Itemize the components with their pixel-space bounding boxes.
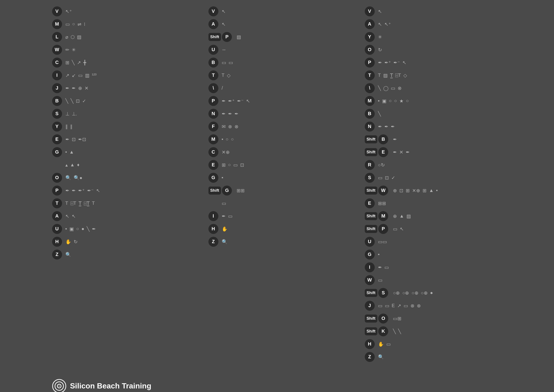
key-badge: G — [208, 173, 218, 183]
shortcut-row: A ↖ ↖ — [52, 211, 208, 221]
shortcut-row: E ✒ ⊡ ✒⊡ — [52, 134, 208, 144]
shortcut-icons: ↻ — [378, 47, 383, 53]
key-badge: G — [222, 186, 232, 196]
key-badge: N — [208, 109, 218, 119]
key-badge: V — [208, 7, 218, 16]
key-badge: W — [378, 186, 388, 196]
key-badge: I — [208, 211, 218, 221]
key-badge: Z — [208, 237, 218, 247]
key-badge: P — [222, 32, 232, 42]
shift-group: Shift O — [365, 314, 392, 323]
key-badge: B — [208, 58, 218, 68]
icon-del-anchor: ✒⁻ — [393, 60, 400, 65]
icon-move: ↖⁺ — [65, 8, 72, 14]
shortcut-row: \ / — [208, 83, 365, 93]
key-badge: A — [208, 19, 218, 29]
icon-stack-graph: ▭ — [385, 303, 389, 308]
shortcut-icons: ↖⁺ — [65, 8, 73, 14]
icon-pencil: ╲ — [71, 98, 73, 104]
icon-pattern-stamp: ⊥. — [72, 111, 77, 117]
shortcut-icons: ▭ ▭ — [222, 60, 235, 65]
shortcut-icons: ✕⊕ — [222, 149, 231, 155]
icon-mesh: ▭▭ — [378, 239, 387, 245]
icon-sym4: ○⊕ — [421, 290, 428, 296]
shortcut-row: Shift K ╲ ╲ — [365, 326, 521, 336]
shortcut-row: Shift O ▭⊞ — [365, 314, 521, 323]
shortcut-row: G ▪ ▲ — [52, 147, 208, 157]
key-badge: V — [365, 7, 375, 16]
icon-free-transform: ⊞ — [222, 162, 226, 168]
shortcut-icons: ✒ ✕ ✒ — [393, 149, 411, 155]
icon-patch: ⊕ — [78, 85, 82, 91]
shift-label: Shift — [365, 135, 378, 143]
icon-scatter-graph: ⊗ — [410, 303, 415, 308]
photoshop-column: Photoshop V ↖⁺ M ▭ ○ ⇌ ⁞ — [52, 0, 208, 365]
shortcut-row: Z 🔍 — [365, 352, 521, 362]
shortcut-icons: ╲ ╲ ⊡ ✓ — [65, 98, 88, 104]
key-badge: \ — [208, 83, 218, 93]
shortcut-row: E ⊞⊞ — [365, 198, 521, 208]
illustrator-column: Illustrator V ↖ A ↖ ↖⁺ Y — [365, 0, 521, 365]
shortcut-row: Y ✳ — [365, 32, 521, 42]
icon-area-type: ▨ — [383, 72, 388, 78]
icon-gradient: ▪ — [378, 252, 380, 257]
shortcut-row: V ↖ — [208, 7, 365, 16]
icon-gap: ↔ — [222, 47, 226, 52]
icon-sym5: ● — [430, 290, 433, 295]
shortcut-icons: ✒ ✒ ✒ — [378, 124, 396, 129]
key-badge: P — [52, 186, 62, 196]
icon-line-shape: ╲ — [87, 226, 90, 232]
icon-perspective-sel: ↖ — [400, 226, 404, 232]
shortcut-icons: ⊞ ○ ▭ ⊡ — [222, 162, 246, 168]
shortcut-row: R ○↻ — [365, 160, 521, 170]
key-badge: J — [52, 83, 62, 93]
shortcut-icons: ⊞⊞ — [378, 201, 388, 206]
icon-add-anchor: ✒⁺ — [228, 98, 235, 104]
key-badge: H — [365, 339, 375, 349]
icon-vert-mask: ⌻T̲ — [84, 201, 90, 206]
icon-convert: ↖ — [246, 98, 250, 104]
icon-perspective: ╋ — [83, 60, 86, 65]
icon-add-anchor: ✒⁺ — [384, 60, 391, 65]
icon-rect: ▭ — [65, 21, 70, 27]
icon-delete-anchor: ✒⁻ — [87, 188, 94, 193]
shortcut-row: T T ⌻T T̲ ⌻T̲ T — [52, 198, 208, 208]
shortcut-row: E ⊞ ○ ▭ ⊡ — [208, 160, 365, 170]
icon-crop: ⊞ — [65, 60, 69, 65]
shortcut-row: W ▭ — [365, 275, 521, 285]
shortcut-row: B ╲ ╲ ⊡ ✓ — [52, 96, 208, 106]
key-badge: P — [378, 224, 388, 234]
shortcut-icons: ▴ ▲ ♦ — [65, 162, 81, 168]
shift-group: Shift P — [365, 224, 392, 234]
key-badge: H — [52, 237, 62, 247]
key-badge: K — [378, 326, 388, 336]
shortcut-row: A ↖ ↖⁺ — [365, 19, 521, 29]
shortcut-icons: ▭ — [222, 201, 228, 206]
icon-paintbrush: ╲ — [378, 111, 381, 117]
shift-group: Shift S — [365, 288, 392, 298]
shortcut-row: C ⊞ ╲ ↗ ╋ — [52, 58, 208, 68]
shortcut-row: M ▪ ○ ○ — [208, 134, 365, 144]
icon-type: T — [222, 72, 225, 78]
shortcut-icons: ↖ — [378, 8, 383, 14]
footer-logo-icon — [52, 379, 66, 392]
icon-col-graph: ▭ — [378, 303, 382, 308]
icon-blend: ▭ — [378, 277, 382, 283]
shortcut-row: P ✒ ✒ ✒⁺ ✒⁻ ↖ — [52, 186, 208, 196]
shortcut-icons: ✋ ▭ — [378, 341, 392, 347]
shortcut-row: ▭ — [208, 198, 365, 208]
shortcut-icons: ▭ ○ ⇌ ⁞ — [65, 21, 87, 27]
icon-eraser: ✒ — [65, 137, 69, 142]
shortcut-icons: ⊥ ⊥. — [65, 111, 79, 117]
icon-measure: ▭ — [228, 213, 233, 219]
shortcut-icons: ✒ ✒⁺ ✒⁻ ↖ — [222, 98, 251, 104]
icon-poly: ○ — [231, 137, 234, 142]
icon-lasso: ↻ — [378, 47, 382, 53]
shift-label: Shift — [365, 187, 378, 195]
shortcut-row: Z 🔍 — [208, 237, 365, 247]
icon-live-paint: ▲ — [399, 213, 404, 219]
key-badge: N — [365, 122, 375, 132]
shortcut-icons: ▪ ▲ — [65, 149, 76, 155]
shortcut-row: V ↖⁺ — [52, 7, 208, 16]
icon-slice-sel: ╲ — [398, 329, 401, 334]
